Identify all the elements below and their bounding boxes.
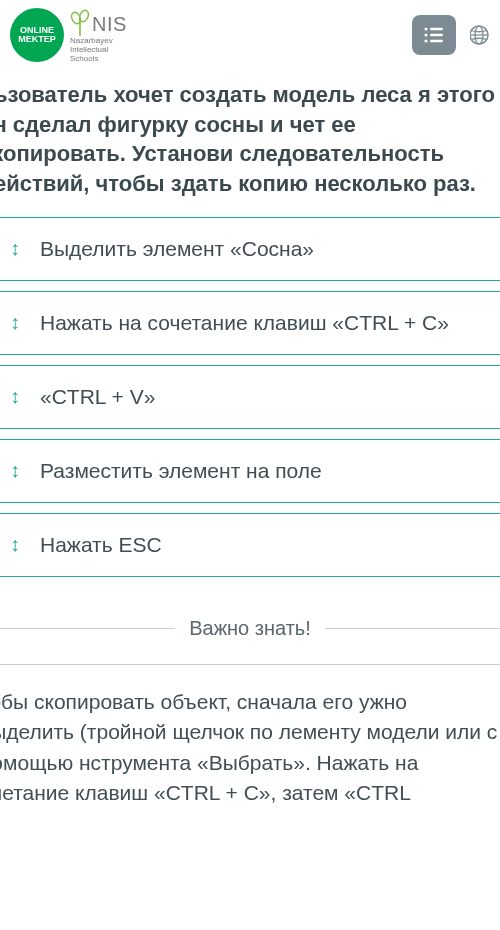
option-text: Нажать на сочетание клавиш «CTRL + C»	[28, 295, 500, 350]
header: ONLINE MEKTEP NIS Nazarbayev Intellectua…	[0, 0, 500, 70]
drag-handle-icon[interactable]: ↕	[0, 459, 28, 482]
option-text: Выделить элемент «Сосна»	[28, 221, 500, 276]
option-row[interactable]: ↕ Выделить элемент «Сосна»	[0, 217, 500, 281]
svg-point-4	[424, 33, 427, 36]
nis-plant-icon	[70, 8, 90, 36]
option-text: Разместить элемент на поле	[28, 443, 500, 498]
drag-handle-icon[interactable]: ↕	[0, 311, 28, 334]
svg-rect-3	[430, 28, 443, 30]
svg-rect-7	[430, 40, 443, 42]
list-icon	[423, 26, 445, 44]
option-row[interactable]: ↕ «CTRL + V»	[0, 365, 500, 429]
divider-label: Важно знать!	[189, 617, 311, 640]
option-row[interactable]: ↕ Нажать на сочетание клавиш «CTRL + C»	[0, 291, 500, 355]
online-mektep-logo[interactable]: ONLINE MEKTEP	[10, 8, 64, 62]
nis-sub2: Intellectual	[70, 46, 108, 54]
svg-point-6	[424, 39, 427, 42]
option-row[interactable]: ↕ Разместить элемент на поле	[0, 439, 500, 503]
globe-icon	[470, 13, 490, 57]
content: льзователь хочет создать модель леса я э…	[0, 70, 500, 809]
svg-point-2	[424, 27, 427, 30]
question-text: льзователь хочет создать модель леса я э…	[0, 70, 500, 217]
drag-handle-icon[interactable]: ↕	[0, 237, 28, 260]
drag-handle-icon[interactable]: ↕	[0, 385, 28, 408]
info-text: тобы скопировать объект, сначала его ужн…	[0, 664, 500, 809]
divider-line	[325, 628, 500, 629]
nis-sub3: Schools	[70, 55, 98, 63]
nis-label: NIS	[92, 13, 127, 36]
svg-rect-5	[430, 34, 443, 36]
option-row[interactable]: ↕ Нажать ESC	[0, 513, 500, 577]
header-right	[412, 13, 490, 57]
drag-handle-icon[interactable]: ↕	[0, 533, 28, 556]
nis-logo[interactable]: NIS Nazarbayev Intellectual Schools	[70, 8, 127, 63]
options-list: ↕ Выделить элемент «Сосна» ↕ Нажать на с…	[0, 217, 500, 587]
divider-line	[0, 628, 175, 629]
option-text: «CTRL + V»	[28, 369, 500, 424]
header-left: ONLINE MEKTEP NIS Nazarbayev Intellectua…	[10, 8, 127, 63]
menu-list-button[interactable]	[412, 15, 456, 55]
info-divider: Важно знать!	[0, 617, 500, 640]
language-globe-button[interactable]	[470, 13, 490, 57]
logo-text-line2: MEKTEP	[18, 35, 56, 44]
option-text: Нажать ESC	[28, 517, 500, 572]
nis-sub1: Nazarbayev	[70, 37, 113, 45]
